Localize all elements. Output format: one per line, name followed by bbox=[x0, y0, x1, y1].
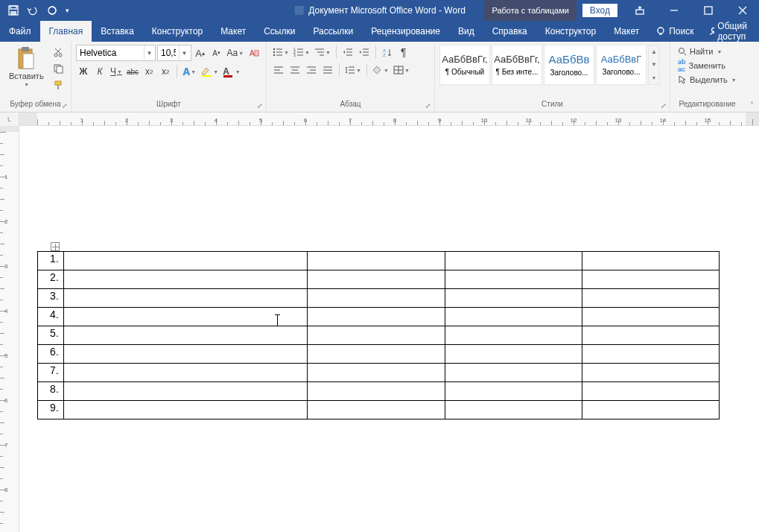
row-number-cell[interactable]: 9. bbox=[38, 401, 64, 419]
table-cell[interactable] bbox=[445, 252, 582, 270]
row-number-cell[interactable]: 3. bbox=[38, 289, 64, 308]
ruler-vertical[interactable]: 123456789 bbox=[0, 126, 19, 532]
table-row[interactable]: 4. bbox=[38, 308, 720, 326]
tab-table-layout[interactable]: Макет bbox=[605, 21, 648, 42]
decrease-indent-icon[interactable] bbox=[340, 45, 355, 60]
tab-view[interactable]: Вид bbox=[449, 21, 483, 42]
login-button[interactable]: Вход bbox=[582, 4, 617, 17]
table-cell[interactable] bbox=[582, 326, 719, 345]
style-heading1[interactable]: АаБбВвЗаголово... bbox=[544, 45, 594, 85]
tab-table-design[interactable]: Конструктор bbox=[536, 21, 605, 42]
font-size-combo[interactable]: ▼ bbox=[157, 45, 191, 61]
numbering-icon[interactable]: 123▼ bbox=[292, 45, 311, 60]
gallery-up-icon[interactable]: ▲ bbox=[649, 45, 659, 58]
document-area[interactable]: 1.2.3.4.5.6.7.8.9. bbox=[19, 126, 759, 532]
table-cell[interactable] bbox=[63, 308, 308, 326]
row-number-cell[interactable]: 5. bbox=[38, 326, 64, 345]
table-row[interactable]: 9. bbox=[38, 401, 720, 419]
tab-home[interactable]: Главная bbox=[40, 21, 92, 42]
table-cell[interactable] bbox=[63, 382, 308, 401]
table-row[interactable]: 8. bbox=[38, 382, 720, 401]
minimize-icon[interactable] bbox=[658, 0, 690, 21]
multilevel-icon[interactable]: ▼ bbox=[313, 45, 332, 60]
borders-icon[interactable]: ▼ bbox=[392, 63, 411, 77]
font-size-input[interactable] bbox=[158, 45, 179, 60]
table-row[interactable]: 5. bbox=[38, 326, 720, 345]
replace-button[interactable]: abacЗаменить bbox=[675, 57, 740, 74]
style-heading2[interactable]: АаБбВвГЗаголово... bbox=[596, 45, 647, 85]
table-cell[interactable] bbox=[445, 364, 582, 382]
clipboard-launcher-icon[interactable]: ⤢ bbox=[60, 102, 69, 111]
row-number-cell[interactable]: 4. bbox=[38, 308, 64, 326]
share-button[interactable]: Общий доступ bbox=[701, 21, 759, 42]
show-marks-icon[interactable]: ¶ bbox=[396, 45, 411, 60]
ruler-corner[interactable]: L bbox=[0, 113, 19, 126]
gallery-down-icon[interactable]: ▼ bbox=[649, 58, 659, 71]
table-row[interactable]: 6. bbox=[38, 345, 720, 364]
table-cell[interactable] bbox=[308, 364, 445, 382]
table-cell[interactable] bbox=[63, 270, 308, 289]
table-cell[interactable] bbox=[308, 345, 445, 364]
bullets-icon[interactable]: ▼ bbox=[271, 45, 290, 60]
bold-button[interactable]: Ж bbox=[76, 64, 91, 79]
tab-layout[interactable]: Макет bbox=[212, 21, 255, 42]
increase-indent-icon[interactable] bbox=[357, 45, 372, 60]
justify-icon[interactable] bbox=[320, 63, 335, 77]
maximize-icon[interactable] bbox=[692, 0, 725, 21]
table-cell[interactable] bbox=[582, 401, 719, 419]
clear-format-icon[interactable]: A bbox=[247, 45, 261, 60]
redo-icon[interactable] bbox=[43, 1, 61, 19]
undo-icon[interactable] bbox=[24, 1, 42, 19]
table-cell[interactable] bbox=[445, 382, 582, 401]
sort-icon[interactable]: AZ bbox=[380, 45, 395, 60]
tab-file[interactable]: Файл bbox=[0, 21, 40, 42]
subscript-icon[interactable]: x2 bbox=[142, 64, 156, 79]
ruler-horizontal[interactable]: L 123456789101112131415 bbox=[0, 113, 759, 126]
shading-icon[interactable]: ▼ bbox=[371, 63, 390, 77]
table-cell[interactable] bbox=[445, 270, 582, 289]
format-painter-icon[interactable] bbox=[50, 77, 66, 92]
tab-insert[interactable]: Вставка bbox=[92, 21, 143, 42]
copy-icon[interactable] bbox=[50, 61, 66, 76]
cut-icon[interactable] bbox=[50, 45, 66, 60]
table-cell[interactable] bbox=[445, 401, 582, 419]
table-cell[interactable] bbox=[308, 252, 445, 270]
paragraph-launcher-icon[interactable]: ⤢ bbox=[424, 102, 433, 111]
grow-font-icon[interactable]: A▴ bbox=[193, 45, 208, 60]
underline-button[interactable]: Ч▼ bbox=[109, 64, 124, 79]
font-launcher-icon[interactable]: ⤢ bbox=[255, 102, 264, 111]
style-nospacing[interactable]: АаБбВвГг,¶ Без инте... bbox=[492, 45, 542, 85]
tab-design[interactable]: Конструктор bbox=[143, 21, 212, 42]
table-row[interactable]: 2. bbox=[38, 270, 720, 289]
table-row[interactable]: 3. bbox=[38, 289, 720, 308]
font-name-input[interactable] bbox=[77, 45, 144, 60]
paste-button[interactable]: Вставить ▼ bbox=[4, 45, 48, 89]
row-number-cell[interactable]: 1. bbox=[38, 252, 64, 270]
find-button[interactable]: Найти▼ bbox=[675, 46, 740, 57]
tab-references[interactable]: Ссылки bbox=[255, 21, 304, 42]
table-cell[interactable] bbox=[63, 289, 308, 308]
close-icon[interactable] bbox=[726, 0, 759, 21]
table-cell[interactable] bbox=[445, 326, 582, 345]
qat-customize-icon[interactable]: ▾ bbox=[63, 1, 72, 19]
row-number-cell[interactable]: 2. bbox=[38, 270, 64, 289]
align-left-icon[interactable] bbox=[271, 63, 286, 77]
save-icon[interactable] bbox=[4, 1, 22, 19]
table-cell[interactable] bbox=[582, 289, 719, 308]
table-cell[interactable] bbox=[63, 252, 308, 270]
table-cell[interactable] bbox=[63, 401, 308, 419]
table-cell[interactable] bbox=[582, 270, 719, 289]
highlight-icon[interactable]: ▼ bbox=[199, 64, 220, 79]
table-cell[interactable] bbox=[445, 345, 582, 364]
tab-help[interactable]: Справка bbox=[483, 21, 536, 42]
table-cell[interactable] bbox=[308, 382, 445, 401]
line-spacing-icon[interactable]: ▼ bbox=[343, 63, 363, 77]
text-effects-icon[interactable]: A▼ bbox=[181, 64, 197, 79]
table-cell[interactable] bbox=[308, 308, 445, 326]
tell-me-search[interactable]: Поиск bbox=[648, 21, 701, 42]
tab-mailings[interactable]: Рассылки bbox=[304, 21, 362, 42]
table-cell[interactable] bbox=[445, 289, 582, 308]
row-number-cell[interactable]: 6. bbox=[38, 345, 64, 364]
table-cell[interactable] bbox=[582, 308, 719, 326]
change-case-icon[interactable]: Aa▼ bbox=[226, 45, 245, 60]
